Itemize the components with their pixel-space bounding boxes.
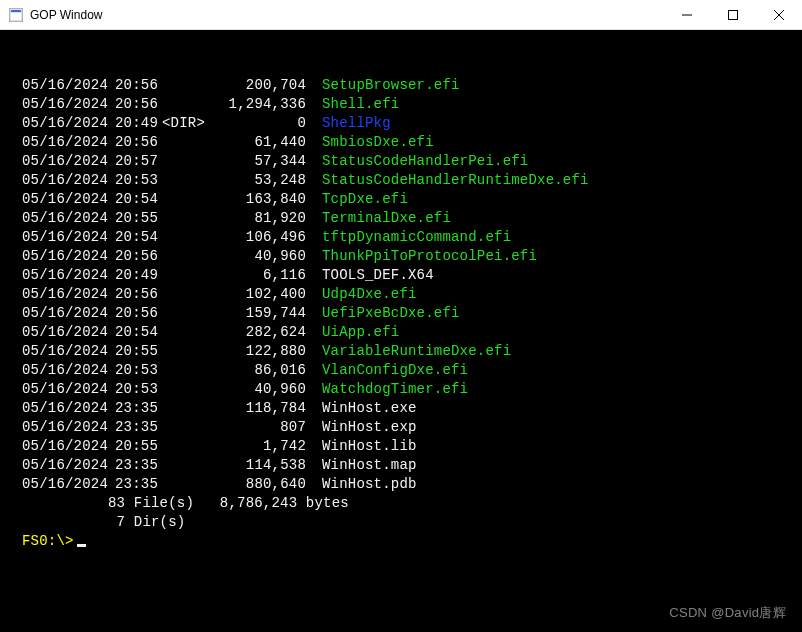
cursor-icon: [77, 544, 86, 547]
app-icon: [8, 7, 24, 23]
file-name: VlanConfigDxe.efi: [322, 361, 468, 380]
file-name: TOOLS_DEF.X64: [322, 266, 434, 285]
file-size: 159,744: [206, 304, 306, 323]
listing-row: 05/16/202423:35807WinHost.exp: [8, 418, 794, 437]
listing-row: 05/16/202420:5640,960ThunkPpiToProtocolP…: [8, 247, 794, 266]
titlebar[interactable]: GOP Window: [0, 0, 802, 30]
dir-flag: [162, 399, 206, 418]
file-time: 23:35: [108, 475, 158, 494]
listing-row: 05/16/202420:5340,960WatchdogTimer.efi: [8, 380, 794, 399]
file-date: 05/16/2024: [22, 475, 104, 494]
file-name: ThunkPpiToProtocolPei.efi: [322, 247, 537, 266]
window-controls: [664, 0, 802, 29]
file-date: 05/16/2024: [22, 171, 104, 190]
file-size: 102,400: [206, 285, 306, 304]
file-date: 05/16/2024: [22, 323, 104, 342]
file-size: 61,440: [206, 133, 306, 152]
file-date: 05/16/2024: [22, 342, 104, 361]
file-time: 20:53: [108, 361, 158, 380]
file-time: 20:56: [108, 304, 158, 323]
file-time: 20:56: [108, 285, 158, 304]
dir-flag: [162, 190, 206, 209]
summary-dirs: 7 Dir(s): [22, 513, 794, 532]
listing-row: 05/16/202420:496,116TOOLS_DEF.X64: [8, 266, 794, 285]
file-time: 20:53: [108, 171, 158, 190]
dir-flag: [162, 228, 206, 247]
file-name: UefiPxeBcDxe.efi: [322, 304, 460, 323]
listing-row: 05/16/202420:5353,248StatusCodeHandlerRu…: [8, 171, 794, 190]
file-date: 05/16/2024: [22, 418, 104, 437]
listing-row: 05/16/202420:54163,840TcpDxe.efi: [8, 190, 794, 209]
file-time: 20:56: [108, 133, 158, 152]
file-time: 20:56: [108, 76, 158, 95]
file-date: 05/16/2024: [22, 266, 104, 285]
file-time: 20:54: [108, 190, 158, 209]
summary-files: 83 File(s) 8,786,243 bytes: [22, 494, 794, 513]
file-size: 880,640: [206, 475, 306, 494]
close-button[interactable]: [756, 0, 802, 29]
maximize-button[interactable]: [710, 0, 756, 29]
file-name: StatusCodeHandlerRuntimeDxe.efi: [322, 171, 589, 190]
svg-rect-1: [11, 10, 21, 12]
dir-flag: [162, 133, 206, 152]
listing-row: 05/16/202420:551,742WinHost.lib: [8, 437, 794, 456]
file-size: 200,704: [206, 76, 306, 95]
file-size: 106,496: [206, 228, 306, 247]
dir-flag: [162, 171, 206, 190]
listing-row: 05/16/202423:35880,640WinHost.pdb: [8, 475, 794, 494]
file-size: 282,624: [206, 323, 306, 342]
dir-flag: [162, 456, 206, 475]
dir-flag: [162, 323, 206, 342]
file-date: 05/16/2024: [22, 76, 104, 95]
file-time: 20:55: [108, 437, 158, 456]
file-time: 23:35: [108, 399, 158, 418]
listing-row: 05/16/202420:5757,344StatusCodeHandlerPe…: [8, 152, 794, 171]
file-size: 807: [206, 418, 306, 437]
dir-flag: [162, 209, 206, 228]
file-time: 20:54: [108, 323, 158, 342]
terminal-output[interactable]: 05/16/202420:56200,704SetupBrowser.efi05…: [0, 30, 802, 632]
file-date: 05/16/2024: [22, 304, 104, 323]
listing-row: 05/16/202420:56200,704SetupBrowser.efi: [8, 76, 794, 95]
file-size: 1,294,336: [206, 95, 306, 114]
listing-row: 05/16/202420:54282,624UiApp.efi: [8, 323, 794, 342]
file-size: 40,960: [206, 380, 306, 399]
file-time: 23:35: [108, 418, 158, 437]
file-name: WatchdogTimer.efi: [322, 380, 468, 399]
file-date: 05/16/2024: [22, 247, 104, 266]
file-name: Shell.efi: [322, 95, 399, 114]
file-date: 05/16/2024: [22, 209, 104, 228]
minimize-button[interactable]: [664, 0, 710, 29]
file-date: 05/16/2024: [22, 380, 104, 399]
window-title: GOP Window: [30, 8, 664, 22]
dir-flag: <DIR>: [162, 114, 206, 133]
file-time: 20:54: [108, 228, 158, 247]
listing-row: 05/16/202420:54106,496tftpDynamicCommand…: [8, 228, 794, 247]
file-name: WinHost.map: [322, 456, 417, 475]
file-size: 6,116: [206, 266, 306, 285]
file-name: VariableRuntimeDxe.efi: [322, 342, 511, 361]
prompt-line[interactable]: FS0:\>: [22, 532, 794, 551]
file-date: 05/16/2024: [22, 437, 104, 456]
file-size: 86,016: [206, 361, 306, 380]
svg-rect-2: [11, 13, 21, 20]
file-time: 20:55: [108, 209, 158, 228]
dir-flag: [162, 247, 206, 266]
listing-row: 05/16/202420:49<DIR>0ShellPkg: [8, 114, 794, 133]
file-name: TcpDxe.efi: [322, 190, 408, 209]
file-name: WinHost.lib: [322, 437, 417, 456]
dir-flag: [162, 361, 206, 380]
dir-flag: [162, 342, 206, 361]
file-name: ShellPkg: [322, 114, 391, 133]
file-name: Udp4Dxe.efi: [322, 285, 417, 304]
file-name: UiApp.efi: [322, 323, 399, 342]
listing-row: 05/16/202420:561,294,336Shell.efi: [8, 95, 794, 114]
file-date: 05/16/2024: [22, 456, 104, 475]
file-time: 20:57: [108, 152, 158, 171]
dir-flag: [162, 95, 206, 114]
file-time: 20:49: [108, 266, 158, 285]
dir-flag: [162, 304, 206, 323]
file-date: 05/16/2024: [22, 399, 104, 418]
dir-flag: [162, 76, 206, 95]
file-date: 05/16/2024: [22, 228, 104, 247]
